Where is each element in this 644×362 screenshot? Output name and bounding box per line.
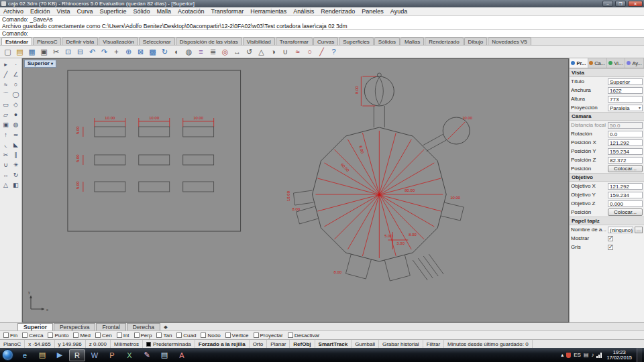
- language-indicator[interactable]: ES: [574, 352, 581, 358]
- checkbox-icon[interactable]: [134, 333, 140, 338]
- redo-icon[interactable]: ↷: [99, 46, 110, 57]
- rhino-icon[interactable]: R: [69, 349, 85, 361]
- menu-item[interactable]: Vista: [54, 8, 74, 15]
- toolbar-tab[interactable]: Novedades V5: [488, 38, 531, 45]
- close-button[interactable]: ✕: [628, 1, 643, 7]
- copy-icon[interactable]: ⊡: [62, 46, 74, 57]
- rotate-tool-icon[interactable]: ↻: [11, 170, 21, 180]
- circle-tool-icon[interactable]: ○: [11, 80, 21, 89]
- menu-item[interactable]: Acotación: [174, 8, 208, 15]
- curve-tool-icon[interactable]: ≈: [1, 80, 11, 89]
- objetivo-z-value[interactable]: 0.000: [608, 200, 643, 207]
- osnap-toggle[interactable]: Punto: [48, 333, 68, 339]
- viewport-tab-menu-icon[interactable]: ◆: [161, 323, 170, 330]
- rotate-icon[interactable]: ↺: [244, 46, 255, 57]
- menu-item[interactable]: Paneles: [358, 8, 387, 15]
- rotate-view-icon[interactable]: ↻: [159, 46, 170, 57]
- rectangle-tool-icon[interactable]: ▭: [1, 100, 11, 109]
- osnap-toggle[interactable]: Int: [117, 333, 129, 339]
- network-icon[interactable]: [596, 353, 602, 358]
- objetivo-x-value[interactable]: 121.292: [608, 183, 643, 190]
- toolbar-tab[interactable]: Dibujo: [464, 38, 488, 45]
- toolbar-tab[interactable]: PlanosC: [33, 38, 61, 45]
- posicion-x-value[interactable]: 121.292: [608, 139, 643, 146]
- menu-item[interactable]: Curva: [73, 8, 96, 15]
- help-icon[interactable]: ?: [328, 46, 339, 57]
- media-player-icon[interactable]: ▶: [52, 349, 68, 361]
- scale-icon[interactable]: △: [256, 46, 267, 57]
- checkbox-icon[interactable]: [22, 333, 28, 338]
- colocar-target-button[interactable]: Colocar...: [608, 208, 643, 216]
- notification-icon[interactable]: [566, 353, 571, 358]
- line-icon[interactable]: ╱: [316, 46, 327, 57]
- move-tool-icon[interactable]: ↔: [1, 170, 11, 180]
- osnap-toggle[interactable]: Med: [73, 333, 91, 339]
- checkbox-icon[interactable]: [225, 333, 231, 338]
- proyeccion-dropdown[interactable]: Paralela: [608, 105, 643, 111]
- colocar-camera-button[interactable]: Colocar...: [608, 165, 643, 172]
- gris-checkbox[interactable]: [608, 245, 613, 250]
- explorer-icon[interactable]: ▤: [34, 349, 50, 361]
- toolbar-tab[interactable]: Curvas: [313, 38, 338, 45]
- menu-item[interactable]: Sólido: [129, 8, 153, 15]
- rotacion-value[interactable]: 0.0: [608, 131, 643, 137]
- notepad-icon[interactable]: ▤: [156, 349, 172, 361]
- checkbox-icon[interactable]: [48, 333, 53, 338]
- units-indicator[interactable]: Milímetros: [111, 340, 143, 348]
- osnap-toggle[interactable]: Cuad: [176, 333, 196, 339]
- planar-toggle[interactable]: Planar: [267, 340, 290, 348]
- trim-tool-icon[interactable]: ✂: [1, 150, 11, 160]
- osnap-toggle-button[interactable]: RefObj: [290, 340, 315, 348]
- toolbar-tab[interactable]: Mallas: [400, 38, 424, 45]
- start-button[interactable]: [2, 349, 13, 361]
- toolbar-tab[interactable]: Sólidos: [374, 38, 400, 45]
- cylinder-tool-icon[interactable]: ◍: [11, 120, 21, 129]
- checkbox-icon[interactable]: [73, 333, 78, 338]
- cplane-button[interactable]: PlanoC: [0, 340, 25, 348]
- extrude-tool-icon[interactable]: ↑: [1, 130, 11, 139]
- nombre-archivo-value[interactable]: (ninguno): [608, 227, 633, 233]
- line-tool-icon[interactable]: ╱: [1, 70, 11, 79]
- arc-tool-icon[interactable]: ⌒: [1, 90, 11, 99]
- save-icon[interactable]: ▦: [26, 46, 38, 57]
- viewport-tab-derecha[interactable]: Derecha: [127, 323, 160, 330]
- maximize-button[interactable]: ❐: [615, 1, 626, 7]
- zoom-extents-icon[interactable]: ▩: [147, 46, 158, 57]
- excel-icon[interactable]: X: [121, 349, 138, 361]
- surface-tool-icon[interactable]: ▱: [1, 110, 11, 119]
- posicion-y-value[interactable]: 159.234: [608, 148, 643, 155]
- undo-icon[interactable]: ↶: [87, 46, 98, 57]
- tab-capas[interactable]: Ca...: [588, 58, 607, 68]
- pan-icon[interactable]: +: [111, 46, 122, 57]
- osnap-toggle[interactable]: Cen: [95, 333, 112, 339]
- scale-tool-icon[interactable]: △: [1, 180, 11, 190]
- polyline-tool-icon[interactable]: ∠: [11, 70, 21, 79]
- select-icon[interactable]: ▸: [1, 60, 11, 69]
- viewport-superior[interactable]: Superior ▾: [22, 58, 569, 322]
- browse-button[interactable]: ...: [635, 227, 643, 233]
- chamfer-tool-icon[interactable]: ◣: [11, 140, 21, 149]
- cut-icon[interactable]: ✂: [50, 46, 62, 57]
- osnap-toggle[interactable]: Tan: [156, 333, 172, 339]
- viewport-title-tab[interactable]: Superior ▾: [24, 60, 56, 68]
- powerpoint-icon[interactable]: P: [104, 349, 120, 361]
- osnap-toggle[interactable]: Perp: [134, 333, 152, 339]
- curve-icon[interactable]: ≈: [292, 46, 303, 57]
- menu-item[interactable]: Herramientas: [247, 8, 290, 15]
- ortho-toggle[interactable]: Orto: [250, 340, 268, 348]
- osnap-toggle[interactable]: Desactivar: [288, 333, 320, 339]
- ie-icon[interactable]: e: [17, 349, 33, 361]
- box-tool-icon[interactable]: ▣: [1, 120, 11, 129]
- join-icon[interactable]: ∪: [280, 46, 291, 57]
- checkbox-icon[interactable]: [254, 333, 259, 338]
- layers-icon[interactable]: ≡: [195, 46, 207, 57]
- sphere-tool-icon[interactable]: ●: [11, 110, 21, 119]
- checkbox-icon[interactable]: [95, 333, 101, 338]
- word-icon[interactable]: W: [87, 349, 103, 361]
- menu-item[interactable]: Análisis: [290, 8, 317, 15]
- ellipse-tool-icon[interactable]: ◯: [11, 90, 21, 99]
- open-file-icon[interactable]: ▤: [14, 46, 25, 57]
- clock[interactable]: 19:23 17/02/2015: [606, 350, 632, 361]
- osnap-toggle[interactable]: Nodo: [201, 333, 220, 339]
- volume-icon[interactable]: ♪: [591, 352, 594, 358]
